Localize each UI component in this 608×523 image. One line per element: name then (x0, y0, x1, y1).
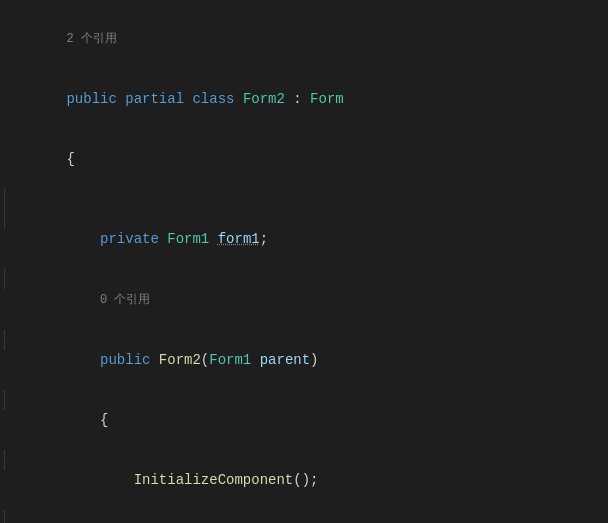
indent-7 (66, 352, 100, 368)
line-assign-form1: form1 = parent; (0, 510, 608, 523)
line-content-8: { (12, 390, 604, 450)
type-form1-field: Form1 (167, 231, 217, 247)
line-content-3: { (12, 129, 604, 189)
brace-open: { (66, 151, 74, 167)
paren-close-1: ) (310, 352, 318, 368)
line-class-decl: public partial class Form2 : Form (0, 69, 608, 129)
gutter-5 (0, 209, 8, 229)
keyword-public: public (66, 91, 125, 107)
line-content-5: private Form1 form1; (12, 209, 604, 269)
gutter-7 (0, 330, 8, 350)
paren-open-1: ( (201, 352, 209, 368)
indent-5 (66, 231, 100, 247)
gutter-8 (0, 390, 8, 410)
type-form: Form (310, 91, 344, 107)
semi-1: ; (260, 231, 268, 247)
kw-public-ctor: public (100, 352, 159, 368)
indent-9 (66, 472, 133, 488)
line-content-9: InitializeComponent(); (12, 450, 604, 510)
line-ref-2: 2 个引用 (0, 8, 608, 69)
line-empty-1 (0, 189, 608, 209)
line-field-form1: private Form1 form1; (0, 209, 608, 269)
code-editor: 2 个引用 public partial class Form2 : Form … (0, 0, 608, 523)
line-content-2: public partial class Form2 : Form (12, 69, 604, 129)
line-content-6: 0 个引用 (12, 269, 604, 330)
gutter-9 (0, 450, 8, 470)
punct-colon: : (285, 91, 310, 107)
fn-init-component: InitializeComponent (134, 472, 294, 488)
line-open-brace-1: { (0, 129, 608, 189)
kw-private-1: private (100, 231, 167, 247)
line-content-1: 2 个引用 (12, 8, 604, 69)
gutter-6 (0, 269, 8, 289)
fn-form2-ctor: Form2 (159, 352, 201, 368)
keyword-class: class (192, 91, 242, 107)
line-constructor-decl: public Form2(Form1 parent) (0, 330, 608, 390)
ref-count-2: 2 个引用 (66, 32, 116, 46)
line-content-4 (12, 189, 604, 209)
line-content-7: public Form2(Form1 parent) (12, 330, 604, 390)
gutter-4 (0, 189, 8, 209)
type-form2: Form2 (243, 91, 285, 107)
indent-6 (66, 291, 100, 307)
var-form1: form1 (218, 231, 260, 247)
var-parent: parent (260, 352, 310, 368)
line-init-component: InitializeComponent(); (0, 450, 608, 510)
type-form1-param: Form1 (209, 352, 259, 368)
ref-count-0-1: 0 个引用 (100, 293, 150, 307)
brace-2: { (66, 412, 108, 428)
line-ref-0-1: 0 个引用 (0, 269, 608, 330)
line-content-10: form1 = parent; (12, 510, 604, 523)
gutter-10 (0, 510, 8, 523)
line-open-brace-2: { (0, 390, 608, 450)
keyword-partial: partial (125, 91, 192, 107)
call-1: (); (293, 472, 318, 488)
